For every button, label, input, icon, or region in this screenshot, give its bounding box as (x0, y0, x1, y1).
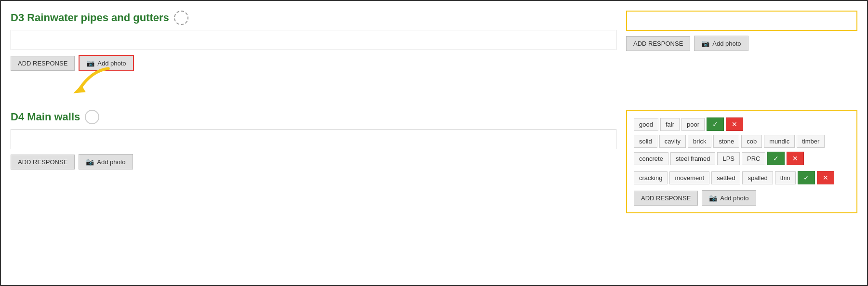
d3-circle-indicator (174, 11, 188, 25)
tag-concrete[interactable]: concrete (634, 152, 668, 165)
d3-button-row: ADD RESPONSE Add photo (11, 55, 616, 71)
d4-wall-type-tag-row: solid cavity brick stone cob mundic timb… (634, 135, 850, 148)
top-section: D3 Rainwater pipes and gutters ADD RESPO… (11, 11, 857, 100)
tag-thin[interactable]: thin (775, 171, 796, 184)
tag-cracking[interactable]: cracking (634, 171, 668, 184)
tag-solid[interactable]: solid (634, 135, 657, 148)
tag-cavity[interactable]: cavity (659, 135, 686, 148)
condition-cancel-button[interactable]: ✕ (726, 117, 743, 131)
tag-prc[interactable]: PRC (742, 152, 765, 165)
d4-right-add-photo-button[interactable]: Add photo (702, 190, 756, 206)
tag-spalled[interactable]: spalled (742, 171, 773, 184)
tag-timber[interactable]: timber (797, 135, 825, 148)
tag-fair[interactable]: fair (660, 118, 680, 131)
x-icon-2: ✕ (792, 155, 798, 162)
d4-material-tag-row: concrete steel framed LPS PRC ✓ ✕ (634, 152, 850, 165)
check-icon: ✓ (712, 120, 718, 128)
bottom-section: D4 Main walls ADD RESPONSE Add photo goo… (11, 110, 857, 213)
d4-camera-icon (86, 158, 94, 166)
tag-cob[interactable]: cob (741, 135, 762, 148)
d4-add-photo-button[interactable]: Add photo (79, 154, 133, 169)
d3-add-response-button[interactable]: ADD RESPONSE (11, 56, 75, 71)
d3-title-text: D3 Rainwater pipes and gutters (11, 12, 169, 24)
tag-good[interactable]: good (634, 118, 658, 131)
tag-lps[interactable]: LPS (717, 152, 740, 165)
d4-left-panel: D4 Main walls ADD RESPONSE Add photo (11, 110, 616, 213)
d3-text-input[interactable] (11, 30, 616, 50)
x-icon: ✕ (732, 120, 737, 128)
defect-confirm-button[interactable]: ✓ (798, 171, 815, 184)
d4-title-text: D4 Main walls (11, 111, 80, 123)
d3-right-add-photo-button[interactable]: Add photo (694, 36, 748, 51)
tag-steel-framed[interactable]: steel framed (670, 152, 716, 165)
d3-right-camera-icon (701, 39, 709, 47)
d3-add-photo-button[interactable]: Add photo (79, 55, 134, 71)
material-cancel-button[interactable]: ✕ (787, 152, 804, 165)
tag-settled[interactable]: settled (711, 171, 740, 184)
material-confirm-button[interactable]: ✓ (767, 152, 785, 165)
tag-poor[interactable]: poor (681, 118, 705, 131)
d3-right-text-input[interactable] (626, 11, 857, 31)
d4-right-add-photo-label: Add photo (720, 195, 748, 202)
tag-stone[interactable]: stone (713, 135, 739, 148)
d3-right-panel: ADD RESPONSE Add photo (626, 11, 857, 100)
check-icon-3: ✓ (803, 174, 809, 182)
tag-mundic[interactable]: mundic (764, 135, 795, 148)
x-icon-3: ✕ (823, 174, 828, 182)
defect-cancel-button[interactable]: ✕ (817, 171, 834, 184)
d4-title: D4 Main walls (11, 110, 616, 124)
d4-right-add-response-button[interactable]: ADD RESPONSE (634, 191, 698, 206)
d4-right-camera-icon (709, 194, 717, 202)
condition-confirm-button[interactable]: ✓ (707, 117, 724, 131)
d3-right-add-response-button[interactable]: ADD RESPONSE (626, 36, 690, 51)
d3-title: D3 Rainwater pipes and gutters (11, 11, 616, 25)
page-wrapper: D3 Rainwater pipes and gutters ADD RESPO… (0, 0, 868, 286)
d4-right-button-row: ADD RESPONSE Add photo (634, 190, 850, 206)
d4-text-input[interactable] (11, 129, 616, 149)
tag-brick[interactable]: brick (688, 135, 711, 148)
d4-add-response-button[interactable]: ADD RESPONSE (11, 155, 75, 169)
check-icon-2: ✓ (773, 155, 779, 162)
d4-button-row: ADD RESPONSE Add photo (11, 154, 616, 169)
d3-right-add-photo-label: Add photo (712, 40, 741, 47)
d4-condition-tag-row: good fair poor ✓ ✕ (634, 117, 850, 131)
d3-left-panel: D3 Rainwater pipes and gutters ADD RESPO… (11, 11, 616, 100)
d3-camera-icon (86, 59, 94, 67)
svg-marker-0 (73, 85, 86, 93)
d4-defect-tag-row: cracking movement settled spalled thin ✓… (634, 171, 850, 184)
d4-circle-indicator (85, 110, 99, 124)
d3-right-button-row: ADD RESPONSE Add photo (626, 36, 857, 51)
d4-right-panel: good fair poor ✓ ✕ solid cavity brick st… (626, 110, 857, 213)
arrow-annotation (11, 71, 616, 100)
tag-movement[interactable]: movement (669, 171, 709, 184)
d4-add-photo-label: Add photo (97, 158, 125, 166)
d3-add-photo-label: Add photo (97, 60, 126, 67)
